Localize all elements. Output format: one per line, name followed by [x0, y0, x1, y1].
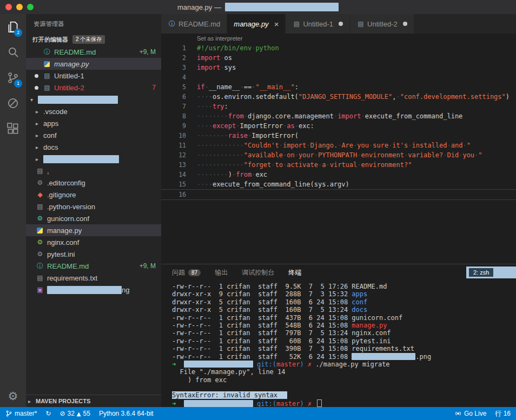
line-number: 8	[161, 111, 197, 121]
status-bar: master* ↻ ⊘ 32 ▲ 55 Python 3.6.4 64-bit …	[0, 407, 516, 420]
open-editors-list: ⓘREADME.md+9, Mmanage.py▤Untitled-1▤Unti…	[26, 46, 161, 94]
line-content: ············"available·on·your·PYTHONPAT…	[197, 150, 482, 160]
file-icon: ▤	[36, 274, 44, 282]
debug-icon[interactable]	[0, 90, 26, 116]
terminal-line	[172, 384, 516, 391]
code-line: 13············"forget·to·activate·a·virt…	[161, 160, 516, 170]
tree-item-docs[interactable]: ▸docs	[26, 141, 161, 153]
tab-Untitled-1[interactable]: ▤Untitled-1	[286, 14, 350, 34]
search-icon[interactable]	[0, 39, 26, 65]
tree-item-.gitignore[interactable]: ◆.gitignore	[26, 189, 161, 201]
panel-tab-终端[interactable]: 终端	[288, 268, 301, 277]
tree-item-redacted[interactable]: ▾	[26, 94, 161, 105]
terminal-line: drwxr-xr-x 5 crifan staff 160B 7 5 13:24…	[172, 306, 516, 314]
file-icon: ▤	[292, 20, 301, 28]
code-line: 6····os.environ.setdefault("DJANGO_SETTI…	[161, 92, 516, 102]
readme-icon: ⓘ	[43, 48, 51, 57]
tree-item-.editorconfig[interactable]: ⚙.editorconfig	[26, 177, 161, 189]
line-content: ············"forget·to·activate·a·virtua…	[197, 160, 412, 170]
settings-gear-icon[interactable]: ⚙	[8, 390, 18, 403]
panel-tabs: 问题87输出调试控制台终端	[172, 268, 301, 277]
sync-button[interactable]: ↻	[45, 410, 51, 417]
line-content: if·__name__·==·"__main__":	[197, 82, 299, 92]
python-interpreter-indicator[interactable]: Python 3.6.4 64-bit	[99, 410, 154, 417]
panel-tab-输出[interactable]: 输出	[215, 268, 228, 277]
chevron-right-icon: ▸	[28, 398, 36, 404]
go-live-button[interactable]: Go Live	[454, 410, 486, 417]
problems-indicator[interactable]: ⊘ 32 ▲ 55	[59, 410, 90, 417]
open-editor-README.md[interactable]: ⓘREADME.md+9, M	[26, 46, 161, 58]
code-line: 3import·sys	[161, 63, 516, 72]
git-branch-indicator[interactable]: master*	[5, 410, 37, 417]
file-label: .editorconfig	[47, 179, 161, 187]
sync-icon: ↻	[45, 410, 51, 417]
tab-Untitled-2[interactable]: ▤Untitled-2	[350, 14, 414, 34]
tab-bar: ⓘREADME.mdmanage.py×▤Untitled-1▤Untitled…	[161, 14, 516, 34]
extensions-icon[interactable]	[0, 116, 26, 141]
explorer-icon[interactable]: 2	[0, 14, 26, 39]
close-icon[interactable]: ×	[274, 20, 279, 28]
terminal-cursor	[317, 399, 322, 407]
tree-item-README.md[interactable]: ⓘREADME.md+9, M	[26, 260, 161, 272]
cursor-line-indicator[interactable]: 行 16	[495, 409, 511, 418]
terminal-output[interactable]: -rw-r--r-- 1 crifan staff 9.5K 7 5 17:26…	[161, 281, 516, 407]
errors-icon: ⊘	[59, 410, 65, 417]
maven-projects-header[interactable]: ▸ MAVEN PROJECTS	[26, 395, 161, 407]
code-line: 8········from·django.core.management·imp…	[161, 111, 516, 121]
redacted-box	[43, 155, 119, 163]
terminal-line: File "./manage.py", line 14	[172, 368, 516, 376]
tab-manage.py[interactable]: manage.py×	[227, 14, 286, 34]
panel-tab-问题[interactable]: 问题87	[172, 268, 201, 277]
terminal-line: -rw-r--r-- 1 crifan staff 9.5K 7 5 17:26…	[172, 283, 516, 290]
redacted-box	[184, 361, 253, 368]
tree-item-manage.py[interactable]: manage.py	[26, 224, 161, 236]
warnings-count: 55	[83, 410, 90, 417]
terminal-line: drwxr-xr-x 5 crifan staff 160B 6 24 15:0…	[172, 298, 516, 306]
git-status-meta: 7	[152, 84, 161, 91]
tree-item-.vscode[interactable]: ▸.vscode	[26, 105, 161, 117]
codelens-set-as-interpreter[interactable]: Set as interpreter	[161, 34, 516, 43]
code-lines: 1#!/usr/bin/env·python2import·os3import·…	[161, 43, 516, 200]
file-label: manage.py	[47, 226, 161, 235]
tree-item-pytest.ini[interactable]: ⚙pytest.ini	[26, 248, 161, 260]
terminal-line: -rw-r--r-- 1 crifan staff 390B 7 3 15:08…	[172, 345, 516, 352]
errors-count: 32	[67, 410, 74, 417]
line-number: 7	[161, 102, 197, 111]
tree-item-gunicorn.conf[interactable]: ⚙gunicorn.conf	[26, 212, 161, 224]
code-editor[interactable]: Set as interpreter 1#!/usr/bin/env·pytho…	[161, 34, 516, 264]
open-editors-header[interactable]: 打开的编辑器 2 个未保存	[26, 33, 161, 46]
zoom-window-button[interactable]	[27, 4, 34, 10]
dirty-indicator-slot	[35, 74, 43, 78]
open-editor-Untitled-2[interactable]: ▤Untitled-27	[26, 82, 161, 94]
open-editor-manage.py[interactable]: manage.py	[26, 58, 161, 70]
activity-bar: 2 1 ⚙	[0, 14, 26, 407]
terminal-picker[interactable]: 2: zsh	[466, 266, 516, 278]
tree-item-.python-version[interactable]: ▤.python-version	[26, 201, 161, 212]
tree-item-nginx.conf[interactable]: ⚙nginx.conf	[26, 236, 161, 248]
open-editor-label: Untitled-1	[54, 72, 161, 80]
chevron-right-icon: ▸	[36, 144, 43, 150]
folder-label: apps	[43, 119, 161, 128]
image-icon: ▣	[36, 286, 44, 294]
line-number: 16	[161, 190, 197, 199]
tree-item-,[interactable]: ▤,	[26, 165, 161, 177]
source-control-icon[interactable]: 1	[0, 65, 26, 90]
file-label: README.md	[47, 262, 140, 270]
folder-label: docs	[43, 143, 161, 151]
tree-item-conf[interactable]: ▸conf	[26, 129, 161, 141]
minimize-window-button[interactable]	[16, 4, 23, 10]
tree-item-redacted[interactable]: ▸	[26, 153, 161, 165]
tree-item-apps[interactable]: ▸apps	[26, 117, 161, 129]
traffic-lights	[5, 4, 34, 10]
problems-count-badge: 87	[188, 269, 201, 276]
open-editor-label: README.md	[54, 48, 140, 56]
panel-tab-调试控制台[interactable]: 调试控制台	[242, 268, 274, 277]
tree-item-requirements.txt[interactable]: ▤requirements.txt	[26, 272, 161, 284]
close-window-button[interactable]	[5, 4, 12, 10]
tab-README.md[interactable]: ⓘREADME.md	[161, 14, 227, 34]
tree-item-redacted[interactable]: ▣ng	[26, 284, 161, 296]
line-content: ············"Couldn't·import·Django.·Are…	[197, 141, 471, 150]
code-line: 7····try:	[161, 102, 516, 111]
open-editor-Untitled-1[interactable]: ▤Untitled-1	[26, 70, 161, 82]
line-number: 3	[161, 63, 197, 72]
